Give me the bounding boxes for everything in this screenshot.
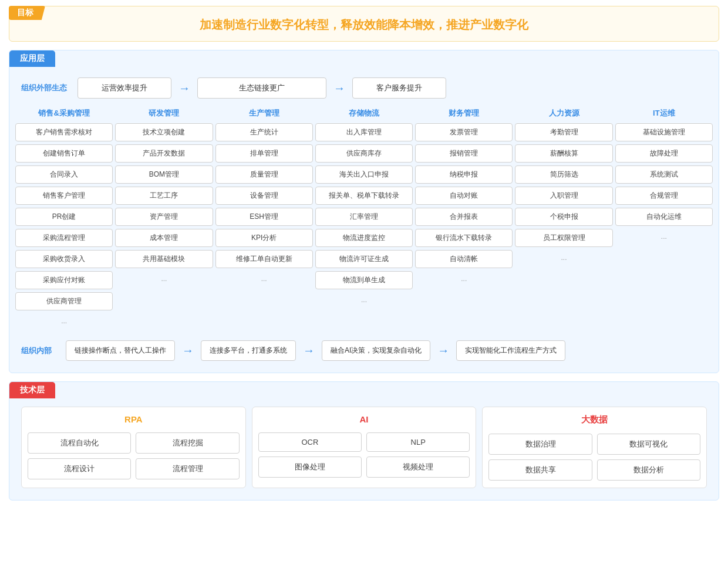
module-item-2-7: ...: [215, 271, 313, 286]
module-items-4: 发票管理报销管理纳税申报自动对账合并报表银行流水下载转录自动清帐...: [415, 123, 513, 286]
module-item-0-6: 采购收货录入: [15, 250, 113, 268]
module-item-0-2: 合同录入: [15, 165, 113, 184]
inner-eco-item-3: 实现智能化工作流程生产方式: [456, 340, 565, 361]
module-item-6-3: 合规管理: [615, 187, 713, 205]
tech-item-1-0: OCR: [258, 432, 362, 452]
goal-section: 目标 加速制造行业数字化转型，释放效能降本增效，推进产业数字化: [9, 6, 719, 42]
module-items-2: 生产统计排单管理质量管理设备管理ESH管理KPI分析维修工单自动更新...: [215, 123, 313, 286]
module-item-5-2: 简历筛选: [515, 165, 612, 184]
tech-item-0-3: 流程管理: [136, 458, 239, 479]
module-item-0-7: 采购应付对账: [15, 271, 113, 289]
module-item-6-1: 故障处理: [615, 144, 713, 163]
module-item-2-6: 维修工单自动更新: [215, 250, 313, 268]
tech-items-grid-2: 数据治理数据可视化数据共享数据分析: [488, 434, 700, 481]
inner-eco-item-1: 连接多平台，打通多系统: [201, 340, 296, 361]
module-col-2: 生产管理生产统计排单管理质量管理设备管理ESH管理KPI分析维修工单自动更新..…: [215, 108, 313, 329]
module-title-4: 财务管理: [449, 108, 479, 119]
tech-cols: RPA流程自动化流程挖掘流程设计流程管理AIOCRNLP图像处理视频处理大数据数…: [9, 407, 719, 488]
module-item-4-0: 发票管理: [415, 123, 513, 141]
tech-layer-section: 技术层 RPA流程自动化流程挖掘流程设计流程管理AIOCRNLP图像处理视频处理…: [9, 381, 719, 501]
tech-col-title-2: 大数据: [488, 414, 700, 425]
inner-eco-item-0: 链接操作断点，替代人工操作: [66, 340, 175, 361]
tech-col-title-0: RPA: [28, 414, 240, 424]
module-item-4-3: 自动对账: [415, 187, 513, 205]
module-item-6-4: 自动化运维: [615, 208, 713, 226]
module-item-3-7: 物流到单生成: [315, 271, 413, 289]
tech-col-title-1: AI: [258, 414, 470, 424]
module-item-5-5: 员工权限管理: [515, 229, 612, 247]
module-col-5: 人力资源考勤管理薪酬核算简历筛选入职管理个税申报员工权限管理...: [515, 108, 612, 329]
module-item-2-4: ESH管理: [215, 208, 313, 226]
goal-tag: 目标: [9, 6, 45, 20]
module-item-6-0: 基础设施管理: [615, 123, 713, 141]
module-item-2-0: 生产统计: [215, 123, 313, 141]
app-layer-header: 应用层: [9, 50, 55, 67]
tech-items-grid-1: OCRNLP图像处理视频处理: [258, 432, 470, 478]
module-item-3-1: 供应商库存: [315, 144, 413, 163]
module-title-0: 销售&采购管理: [38, 108, 89, 119]
tech-item-0-1: 流程挖掘: [136, 432, 239, 454]
tech-item-1-1: NLP: [366, 432, 470, 452]
module-item-5-4: 个税申报: [515, 208, 612, 226]
module-item-2-1: 排单管理: [215, 144, 313, 163]
arrow-icon-1: →: [333, 82, 345, 95]
module-item-0-8: 供应商管理: [15, 292, 113, 310]
module-item-1-2: BOM管理: [115, 165, 213, 184]
outer-eco-item-2: 客户服务提升: [352, 77, 446, 99]
module-item-0-4: PR创建: [15, 208, 113, 226]
module-item-0-0: 客户销售需求核对: [15, 123, 113, 141]
tech-col-2: 大数据数据治理数据可视化数据共享数据分析: [482, 407, 707, 488]
module-item-1-1: 产品开发数据: [115, 144, 213, 163]
module-col-4: 财务管理发票管理报销管理纳税申报自动对账合并报表银行流水下载转录自动清帐...: [415, 108, 513, 329]
module-item-5-6: ...: [515, 250, 612, 265]
module-item-0-5: 采购流程管理: [15, 229, 113, 247]
tech-item-2-2: 数据共享: [488, 459, 592, 481]
module-title-3: 存储物流: [349, 108, 379, 119]
modules-row: 销售&采购管理客户销售需求核对创建销售订单合同录入销售客户管理PR创建采购流程管…: [9, 108, 719, 329]
module-item-3-4: 汇率管理: [315, 208, 413, 226]
module-item-1-7: ...: [115, 271, 213, 286]
tech-layer-header: 技术层: [9, 382, 55, 398]
module-item-5-3: 入职管理: [515, 187, 612, 205]
module-item-3-8: ...: [315, 292, 413, 307]
module-items-3: 出入库管理供应商库存海关出入口申报报关单、税单下载转录汇率管理物流进度监控物流许…: [315, 123, 413, 307]
module-item-3-2: 海关出入口申报: [315, 165, 413, 184]
tech-item-0-0: 流程自动化: [28, 432, 131, 454]
module-item-6-2: 系统测试: [615, 165, 713, 184]
module-item-4-6: 自动清帐: [415, 250, 513, 268]
module-title-1: 研发管理: [149, 108, 179, 119]
tech-items-grid-0: 流程自动化流程挖掘流程设计流程管理: [28, 432, 240, 479]
module-item-5-1: 薪酬核算: [515, 144, 612, 163]
outer-eco-row: 组织外部生态 运营效率提升 → 生态链接更广 → 客户服务提升: [9, 73, 719, 103]
arrow-icon-0: →: [178, 82, 190, 95]
module-col-0: 销售&采购管理客户销售需求核对创建销售订单合同录入销售客户管理PR创建采购流程管…: [15, 108, 113, 329]
module-col-1: 研发管理技术立项创建产品开发数据BOM管理工艺工序资产管理成本管理共用基础模块.…: [115, 108, 213, 329]
module-item-4-5: 银行流水下载转录: [415, 229, 513, 247]
module-item-2-2: 质量管理: [215, 165, 313, 184]
module-item-1-4: 资产管理: [115, 208, 213, 226]
module-item-3-6: 物流许可证生成: [315, 250, 413, 268]
module-item-0-9: ...: [15, 313, 113, 329]
goal-text: 加速制造行业数字化转型，释放效能降本增效，推进产业数字化: [21, 15, 707, 33]
inner-arrow-icon-1: →: [303, 344, 315, 357]
outer-eco-item-1: 生态链接更广: [197, 77, 326, 99]
tech-item-1-2: 图像处理: [258, 456, 362, 478]
module-item-6-5: ...: [615, 229, 713, 244]
tech-item-2-0: 数据治理: [488, 434, 592, 455]
module-item-0-3: 销售客户管理: [15, 187, 113, 205]
module-item-1-6: 共用基础模块: [115, 250, 213, 268]
module-item-4-7: ...: [415, 271, 513, 286]
module-item-4-4: 合并报表: [415, 208, 513, 226]
module-items-5: 考勤管理薪酬核算简历筛选入职管理个税申报员工权限管理...: [515, 123, 612, 265]
module-title-6: IT运维: [653, 108, 675, 119]
module-items-1: 技术立项创建产品开发数据BOM管理工艺工序资产管理成本管理共用基础模块...: [115, 123, 213, 286]
tech-item-1-3: 视频处理: [366, 456, 470, 478]
inner-eco-label: 组织内部: [21, 346, 56, 356]
module-item-1-3: 工艺工序: [115, 187, 213, 205]
module-col-6: IT运维基础设施管理故障处理系统测试合规管理自动化运维...: [615, 108, 713, 329]
outer-eco-label: 组织外部生态: [21, 83, 68, 93]
module-items-6: 基础设施管理故障处理系统测试合规管理自动化运维...: [615, 123, 713, 244]
inner-eco-row: 组织内部链接操作断点，替代人工操作→连接多平台，打通多系统→融合AI决策，实现复…: [9, 334, 719, 367]
module-item-2-3: 设备管理: [215, 187, 313, 205]
inner-arrow-icon-0: →: [182, 344, 194, 357]
